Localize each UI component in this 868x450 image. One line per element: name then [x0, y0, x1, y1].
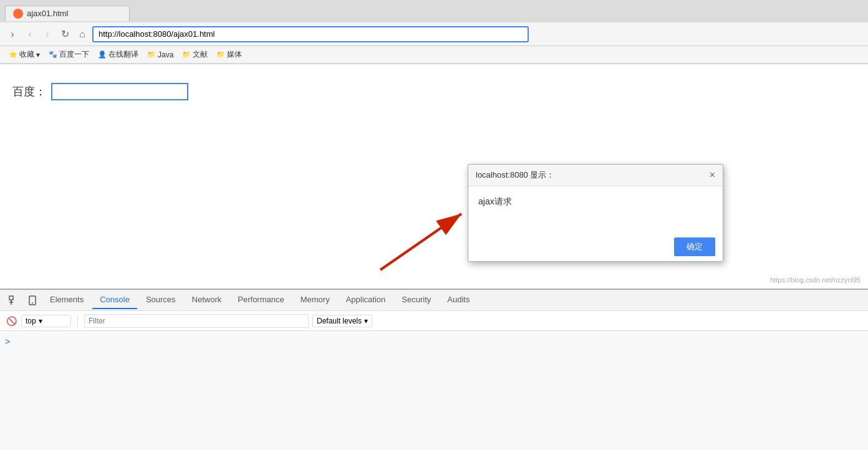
tab-console[interactable]: Console [92, 291, 137, 309]
tab-bar: ajax01.html [0, 0, 868, 22]
svg-rect-2 [9, 296, 13, 300]
bookmark-item-translate[interactable]: 👤 在线翻译 [94, 48, 142, 61]
chevron-down-icon: ▾ [364, 317, 368, 325]
tab-console-label: Console [100, 295, 130, 304]
tab-sources-label: Sources [146, 295, 176, 304]
bookmark-item-favorites[interactable]: ⭐ 收藏 ▾ [5, 48, 44, 61]
star-icon: ⭐ [9, 50, 17, 59]
tab-memory[interactable]: Memory [293, 291, 337, 309]
url-bar[interactable] [92, 26, 529, 42]
alert-dialog: localhost:8080 显示： × ajax请求 确定 [468, 164, 723, 262]
devtools-panel: Elements Console Sources Network Perform… [0, 289, 868, 450]
alert-header: localhost:8080 显示： × [468, 165, 723, 186]
bookmark-label: Java [158, 50, 173, 59]
chevron-down-icon: ▾ [36, 50, 40, 59]
no-entry-icon[interactable]: 🚫 [5, 315, 17, 327]
tab-elements-label: Elements [50, 295, 84, 304]
tab-network[interactable]: Network [185, 291, 229, 309]
tab-title: ajax01.html [27, 9, 68, 18]
bookmark-item-media[interactable]: 📁 媒体 [213, 48, 246, 61]
folder-icon: 📁 [216, 50, 225, 59]
bookmark-label: 媒体 [227, 49, 242, 60]
tab-performance-label: Performance [238, 295, 284, 304]
folder-icon: 📁 [147, 50, 156, 59]
tab-favicon [13, 9, 23, 19]
bookmark-item-java[interactable]: 📁 Java [143, 49, 177, 60]
chevron-down-icon: ▾ [39, 317, 42, 325]
tab-audits-label: Audits [447, 295, 470, 304]
nav-forward-btn[interactable]: › [40, 27, 55, 42]
folder-icon: 📁 [182, 50, 191, 59]
watermark: https://blog.csdn.net/nzzynl95 [770, 276, 861, 284]
tab-security-label: Security [402, 295, 431, 304]
devtools-console-bar: 🚫 top ▾ Default levels ▾ [0, 311, 868, 331]
filter-input[interactable] [84, 314, 309, 328]
tab-memory-label: Memory [301, 295, 330, 304]
divider [77, 315, 78, 327]
inspect-icon [9, 295, 19, 305]
tab-application-label: Application [346, 295, 386, 304]
bookmark-label: 在线翻译 [109, 49, 138, 60]
browser-tab[interactable]: ajax01.html [5, 6, 130, 21]
bookmark-label: 百度一下 [59, 49, 89, 60]
levels-selector[interactable]: Default levels ▾ [312, 315, 372, 327]
baidu-icon: 🐾 [49, 50, 57, 59]
nav-bar: › ‹ › ↻ ⌂ [0, 22, 868, 46]
devtools-content: > [0, 331, 868, 352]
page-label: 百度： [12, 83, 856, 100]
alert-footer: 确定 [468, 232, 723, 261]
devtools-inspect-btn[interactable] [5, 292, 22, 309]
tab-performance[interactable]: Performance [230, 291, 291, 309]
context-selector[interactable]: top ▾ [21, 315, 71, 327]
context-label: top [26, 317, 36, 325]
translate-icon: 👤 [98, 50, 107, 59]
bookmark-label: 文献 [193, 49, 208, 60]
tab-security[interactable]: Security [394, 291, 438, 309]
tab-elements[interactable]: Elements [42, 291, 91, 309]
nav-reload-btn[interactable]: ↻ [57, 27, 72, 42]
alert-body: ajax请求 [468, 186, 723, 232]
browser-chrome: ajax01.html › ‹ › ↻ ⌂ ⭐ 收藏 ▾ 🐾 百度一下 👤 在线… [0, 0, 868, 64]
alert-close-button[interactable]: × [710, 170, 715, 181]
devtools-device-btn[interactable] [24, 292, 41, 309]
alert-message-text: ajax请求 [478, 196, 713, 208]
nav-home-btn[interactable]: ⌂ [75, 27, 90, 42]
svg-line-1 [380, 214, 461, 270]
levels-label: Default levels [317, 317, 362, 325]
nav-back-btn[interactable]: ‹ [22, 27, 37, 42]
console-prompt[interactable]: > [5, 337, 10, 347]
devtools-toolbar: Elements Console Sources Network Perform… [0, 290, 868, 311]
tab-network-label: Network [192, 295, 222, 304]
baidu-label-text: 百度： [12, 84, 46, 99]
bookmark-item-literature[interactable]: 📁 文献 [178, 48, 211, 61]
tab-application[interactable]: Application [339, 291, 393, 309]
page-content: 百度： localhost:8080 显示： × ajax请求 确定 https… [0, 64, 868, 289]
device-icon [27, 295, 37, 305]
alert-ok-button[interactable]: 确定 [674, 237, 715, 256]
svg-rect-5 [29, 296, 36, 305]
tab-audits[interactable]: Audits [440, 291, 477, 309]
bookmarks-bar: ⭐ 收藏 ▾ 🐾 百度一下 👤 在线翻译 📁 Java 📁 文献 📁 媒体 [0, 46, 868, 64]
alert-header-text: localhost:8080 显示： [476, 170, 554, 181]
tab-sources[interactable]: Sources [138, 291, 183, 309]
nav-forward-list-btn[interactable]: › [5, 27, 20, 42]
bookmark-item-baidu[interactable]: 🐾 百度一下 [45, 48, 93, 61]
search-input[interactable] [51, 83, 188, 100]
bookmark-label: 收藏 [19, 49, 34, 60]
